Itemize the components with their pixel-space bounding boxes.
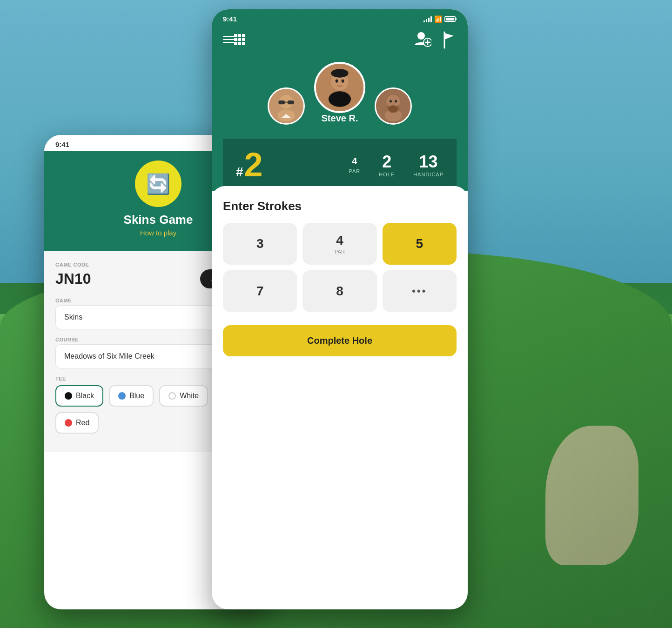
flag-button[interactable] (441, 29, 457, 50)
time-right: 9:41 (223, 15, 237, 23)
tee-dot-blue (118, 392, 126, 400)
stroke-btn-8[interactable]: 8 (302, 270, 376, 312)
hole-stat-section: 2 HOLE (379, 152, 395, 177)
active-player-name: Steve R. (322, 113, 358, 129)
tee-option-white[interactable]: White (159, 385, 208, 407)
svg-point-13 (329, 91, 351, 107)
hole-number: 2 (244, 148, 263, 181)
avatar-player-center[interactable] (314, 62, 365, 113)
handicap-value: 13 (419, 152, 438, 172)
hole-prefix: # (236, 165, 243, 180)
hole-info-bar: # 2 4 PAR 2 HOLE 13 HANDICAP (223, 139, 457, 191)
player-center: Steve R. (314, 62, 365, 129)
game-title: Skins Game (124, 213, 193, 227)
flag-icon (441, 30, 457, 49)
tee-dot-black (65, 392, 72, 400)
stroke-btn-7[interactable]: 7 (223, 270, 297, 312)
svg-point-16 (336, 79, 338, 82)
stroke-value-3: 3 (256, 236, 264, 251)
avatar-player-left[interactable] (268, 87, 305, 125)
course-field-value: Meadows of Six Mile Creek (64, 352, 155, 361)
stroke-value-8: 8 (336, 284, 343, 299)
stroke-btn-5[interactable]: 5 (383, 223, 457, 265)
tee-option-red[interactable]: Red (55, 412, 99, 434)
par-sub-4: PAR (335, 249, 345, 254)
player-right (375, 87, 412, 125)
tee-dot-white (168, 392, 176, 400)
par-value: 4 (352, 156, 357, 167)
par-section: 4 PAR (349, 156, 360, 174)
phone-right: 9:41 📶 (212, 9, 468, 609)
svg-point-17 (342, 79, 344, 82)
tee-option-blue[interactable]: Blue (109, 385, 154, 407)
avatar-player-right[interactable] (375, 87, 412, 125)
hole-number-section: # 2 (236, 148, 263, 181)
game-icon: 🔄 (135, 160, 181, 207)
complete-hole-button[interactable]: Complete Hole (223, 325, 457, 356)
status-bar-right: 9:41 📶 (212, 9, 468, 26)
top-nav (223, 26, 457, 57)
battery-icon-right (444, 16, 457, 22)
nav-right-icons (413, 29, 457, 50)
grid-icon[interactable] (234, 34, 245, 45)
svg-point-24 (395, 100, 397, 103)
player-center-face (316, 64, 363, 111)
strokes-section: Enter Strokes 3 4 PAR 5 7 8 ••• (212, 186, 468, 369)
hole-stat-value: 2 (382, 152, 391, 172)
game-icon-emoji: 🔄 (146, 173, 170, 195)
handicap-stat-section: 13 HANDICAP (413, 152, 444, 177)
game-code-value: JN10 (55, 270, 91, 287)
player-left-face (269, 89, 303, 123)
svg-point-23 (390, 100, 392, 103)
status-icons-right: 📶 (423, 15, 457, 23)
svg-point-25 (389, 105, 398, 112)
signal-icon-right (423, 16, 432, 22)
bg-path (545, 426, 638, 565)
tee-option-black[interactable]: Black (55, 385, 103, 407)
tee-label-blue: Blue (129, 392, 144, 400)
stroke-btn-more[interactable]: ••• (383, 270, 457, 312)
time-left: 9:41 (55, 140, 69, 148)
tee-label-black: Black (76, 392, 94, 400)
handicap-label: HANDICAP (413, 172, 444, 177)
game-subtitle[interactable]: How to play (140, 229, 176, 237)
stroke-value-7: 7 (256, 284, 264, 299)
svg-point-0 (417, 32, 425, 40)
player-left (268, 87, 305, 125)
svg-point-15 (331, 69, 348, 78)
svg-rect-9 (288, 100, 294, 104)
tee-label-white: White (180, 392, 199, 400)
stroke-dots: ••• (412, 285, 427, 297)
stroke-btn-4[interactable]: 4 PAR (302, 223, 376, 265)
add-player-button[interactable] (413, 29, 431, 50)
stroke-btn-3[interactable]: 3 (223, 223, 297, 265)
par-label: PAR (349, 168, 360, 174)
game-field-value: Skins (64, 313, 82, 321)
stroke-grid: 3 4 PAR 5 7 8 ••• (223, 223, 457, 312)
tee-label-red: Red (76, 419, 89, 427)
right-header: Steve R. (212, 26, 468, 191)
enter-strokes-title: Enter Strokes (223, 199, 457, 214)
hamburger-icon[interactable] (223, 36, 234, 43)
svg-rect-8 (278, 100, 285, 104)
player-right-face (376, 89, 410, 123)
stroke-value-5: 5 (416, 236, 423, 251)
wifi-icon-right: 📶 (434, 15, 442, 23)
players-row: Steve R. (223, 57, 457, 139)
add-player-icon (413, 29, 431, 48)
stroke-value-4: 4 (336, 233, 343, 248)
hole-label: HOLE (379, 172, 395, 177)
tee-dot-red (65, 419, 72, 427)
